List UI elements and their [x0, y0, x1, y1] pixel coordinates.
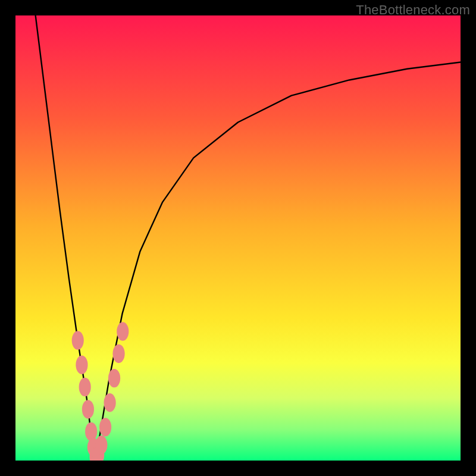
marker-12	[112, 345, 124, 363]
marker-8	[95, 436, 107, 454]
marker-3	[82, 400, 94, 418]
marker-1	[76, 355, 87, 374]
marker-9	[99, 418, 111, 436]
marker-10	[104, 393, 115, 412]
marker-4	[85, 422, 97, 441]
outer-frame: TheBottleneck.com	[0, 0, 476, 476]
chart-area	[15, 15, 461, 461]
chart-svg	[15, 15, 461, 461]
marker-11	[108, 369, 120, 387]
marker-0	[72, 331, 84, 349]
marker-13	[117, 322, 129, 340]
marker-2	[79, 378, 91, 396]
